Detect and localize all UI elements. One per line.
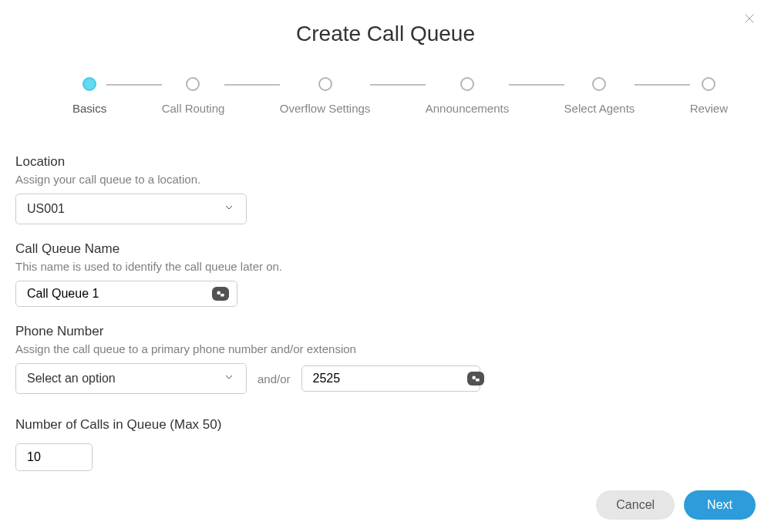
queue-name-input[interactable] bbox=[27, 287, 212, 301]
location-value: US001 bbox=[27, 202, 65, 216]
phone-row: Select an option and/or bbox=[15, 363, 756, 394]
location-desc: Assign your call queue to a location. bbox=[15, 173, 756, 186]
andor-label: and/or bbox=[258, 372, 291, 386]
step-overflow-settings[interactable]: Overflow Settings bbox=[280, 77, 371, 115]
step-select-agents[interactable]: Select Agents bbox=[564, 77, 635, 115]
num-calls-section: Number of Calls in Queue (Max 50) bbox=[15, 417, 756, 471]
step-announcements[interactable]: Announcements bbox=[426, 77, 509, 115]
translation-extension-icon[interactable] bbox=[212, 287, 229, 301]
phone-placeholder: Select an option bbox=[27, 372, 116, 386]
queue-name-section: Call Queue Name This name is used to ide… bbox=[15, 241, 756, 307]
num-calls-input[interactable] bbox=[27, 450, 81, 464]
step-connector bbox=[370, 84, 425, 86]
next-button[interactable]: Next bbox=[684, 490, 756, 520]
step-circle-icon bbox=[592, 77, 606, 91]
step-circle-icon bbox=[460, 77, 474, 91]
step-circle-icon bbox=[186, 77, 200, 91]
step-label: Review bbox=[690, 102, 728, 115]
queue-name-label: Call Queue Name bbox=[15, 241, 756, 257]
queue-name-input-wrapper bbox=[15, 281, 237, 307]
step-connector bbox=[224, 84, 279, 86]
step-call-routing[interactable]: Call Routing bbox=[162, 77, 225, 115]
phone-section: Phone Number Assign the call queue to a … bbox=[15, 324, 756, 394]
step-basics[interactable]: Basics bbox=[72, 77, 106, 115]
svg-rect-5 bbox=[476, 379, 480, 382]
phone-label: Phone Number bbox=[15, 324, 756, 339]
step-connector bbox=[509, 84, 564, 86]
location-section: Location Assign your call queue to a loc… bbox=[15, 154, 756, 224]
extension-input[interactable] bbox=[313, 372, 467, 386]
form-scroll-area[interactable]: Location Assign your call queue to a loc… bbox=[0, 154, 771, 475]
step-circle-icon bbox=[702, 77, 715, 91]
close-icon[interactable] bbox=[742, 11, 757, 26]
page-title: Create Call Queue bbox=[0, 0, 771, 62]
extension-input-wrapper bbox=[301, 365, 480, 392]
num-calls-input-wrapper bbox=[15, 443, 93, 471]
step-label: Overflow Settings bbox=[280, 102, 371, 115]
queue-name-desc: This name is used to identify the call q… bbox=[15, 260, 756, 273]
chevron-down-icon bbox=[223, 371, 235, 386]
phone-desc: Assign the call queue to a primary phone… bbox=[15, 342, 756, 355]
step-label: Call Routing bbox=[162, 102, 225, 115]
step-label: Announcements bbox=[426, 102, 509, 115]
num-calls-label: Number of Calls in Queue (Max 50) bbox=[15, 417, 756, 433]
stepper: Basics Call Routing Overflow Settings An… bbox=[0, 62, 771, 123]
step-circle-icon bbox=[82, 77, 96, 91]
svg-rect-3 bbox=[221, 294, 224, 297]
location-label: Location bbox=[15, 154, 756, 170]
cancel-button[interactable]: Cancel bbox=[596, 490, 675, 520]
step-label: Basics bbox=[72, 102, 106, 115]
footer-buttons: Cancel Next bbox=[596, 490, 756, 520]
translation-extension-icon[interactable] bbox=[467, 372, 484, 386]
step-connector bbox=[635, 84, 689, 86]
step-connector bbox=[106, 84, 161, 86]
step-review[interactable]: Review bbox=[690, 77, 728, 115]
chevron-down-icon bbox=[223, 201, 235, 217]
svg-point-4 bbox=[472, 376, 476, 380]
step-label: Select Agents bbox=[564, 102, 635, 115]
phone-number-select[interactable]: Select an option bbox=[15, 363, 247, 394]
svg-point-2 bbox=[217, 291, 221, 295]
step-circle-icon bbox=[318, 77, 332, 91]
location-select[interactable]: US001 bbox=[15, 194, 247, 224]
